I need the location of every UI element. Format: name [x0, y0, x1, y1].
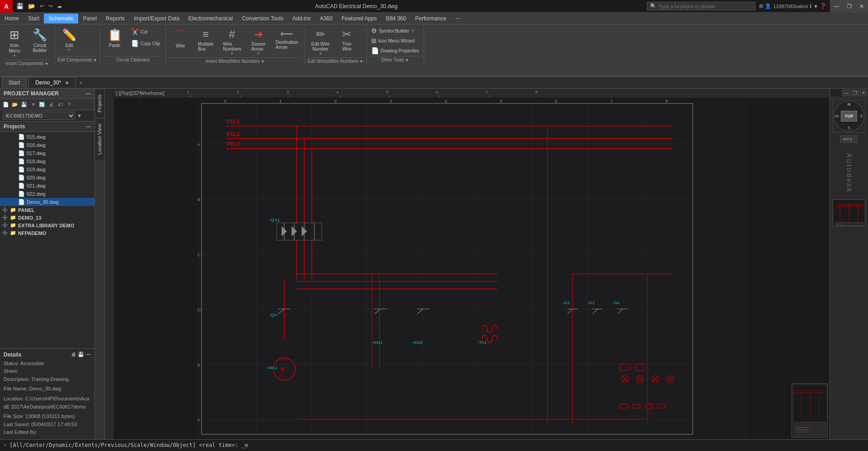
details-collapse-icon[interactable]: — [86, 352, 91, 357]
pm-project-select[interactable]: IEC60617DEMO [3, 112, 75, 120]
insert-wires-expand[interactable]: ▼ [261, 59, 265, 64]
menu-featured[interactable]: Featured Apps [337, 14, 381, 23]
tree-item-016[interactable]: 📄 016.dwg [0, 141, 94, 149]
multiple-bus-icon: ≡ [203, 28, 209, 41]
tree-item-022[interactable]: 📄 022.dwg [0, 190, 94, 198]
details-print-icon[interactable]: 🖨 [71, 352, 76, 357]
search-input[interactable] [658, 4, 744, 9]
wire-numbers-button[interactable]: # WireNumbers ▼ [219, 26, 245, 57]
file-icon-020: 📄 [18, 174, 25, 181]
tree-group-extra-library[interactable]: ➕ 📁 EXTRA LIBRARY DEMO [0, 221, 94, 229]
menu-home[interactable]: Home [0, 14, 24, 23]
cut-button[interactable]: ✂️ Cut [128, 26, 163, 37]
side-tab-projects[interactable]: Projects [95, 89, 104, 118]
qat-save[interactable]: ↩ [38, 2, 46, 10]
multiple-bus-button[interactable]: ≡ MultipleBus [194, 26, 217, 53]
pm-open-btn[interactable]: 📂 [11, 100, 19, 108]
menu-performance[interactable]: Performance [410, 14, 451, 23]
tree-item-017[interactable]: 📄 017.dwg [0, 149, 94, 157]
pm-tag-btn[interactable]: 🏷 [56, 100, 64, 108]
win-restore-btn[interactable]: ❐ [843, 0, 855, 13]
insert-components-expand[interactable]: ▼ [45, 61, 49, 66]
tree-item-demo30[interactable]: 📄 Demo_30.dwg [0, 198, 94, 206]
drawing-properties-button[interactable]: 📄 Drawing Properties [369, 46, 421, 55]
tree-item-015[interactable]: 📄 015.dwg [0, 133, 94, 141]
autocad-logo: A [0, 0, 13, 13]
tab-add-button[interactable]: + [75, 78, 85, 87]
icon-menu-wizard-button[interactable]: ⊞ Icon Menu Wizard [369, 36, 421, 45]
nav-cube-top[interactable]: TOP [841, 111, 857, 122]
info-icon[interactable]: ℹ [810, 3, 811, 9]
win-minimize-btn[interactable]: — [830, 0, 843, 13]
pm-save-btn[interactable]: 💾 [20, 100, 28, 108]
tree-item-020[interactable]: 📄 020.dwg [0, 174, 94, 182]
pm-refresh-btn[interactable]: 🔄 [38, 100, 46, 108]
win-close-btn[interactable]: ✕ [855, 0, 868, 13]
tab-start[interactable]: Start [2, 77, 27, 88]
trim-wire-button[interactable]: ✂ TrimWire [335, 26, 359, 53]
pm-toolbar: 📄 📂 💾 ✕ 🔄 🖨 🏷 ? [0, 99, 94, 110]
qat-new[interactable]: 💾 [14, 2, 25, 10]
tree-group-demo13[interactable]: ➕ 📁 DEMO_13 [0, 214, 94, 221]
edit-wires-expand[interactable]: ▼ [359, 59, 363, 64]
menu-more[interactable]: ⋯ [451, 14, 465, 23]
pm-close-btn[interactable]: ✕ [29, 100, 37, 108]
copy-clip-button[interactable]: 📑 Copy Clip [128, 38, 163, 49]
tree-item-021[interactable]: 📄 021.dwg [0, 182, 94, 190]
symbol-builder-label: Symbol Builder [379, 28, 409, 33]
edit-button[interactable]: ✏️ Edit ▼ [57, 26, 81, 54]
drawing-window-controls: — ❐ ✕ [830, 89, 868, 98]
qat-open[interactable]: 📂 [26, 2, 37, 10]
tree-group-nfpademo[interactable]: ➕ 📁 NFPADEMO [0, 229, 94, 237]
tree-item-019[interactable]: 📄 019.dwg [0, 165, 94, 174]
menu-panel[interactable]: Panel [78, 14, 101, 23]
cmd-close-icon[interactable]: ✕ [4, 442, 7, 448]
svg-text:2: 2 [237, 90, 239, 94]
dw-minimize-icon[interactable]: — [842, 89, 850, 96]
expand-icon[interactable]: ▼ [813, 4, 818, 9]
qat-undo[interactable]: ↪ [47, 2, 54, 10]
paste-button[interactable]: 📋 Paste [103, 26, 127, 50]
edit-wire-number-button[interactable]: ✏ Edit WireNumber ▼ [308, 26, 334, 57]
tab-close-icon[interactable]: ✕ [65, 80, 69, 85]
menu-bim360[interactable]: BIM 360 [382, 14, 411, 23]
side-tab-location[interactable]: Location View [95, 118, 104, 160]
pm-print-btn[interactable]: 🖨 [47, 100, 55, 108]
menu-schematic[interactable]: Schematic [44, 14, 78, 23]
tree-item-018[interactable]: 📄 018.dwg [0, 157, 94, 165]
source-arrow-button[interactable]: ➔ SourceArrow ▼ [247, 26, 270, 57]
circuit-builder-button[interactable]: 🔧 CircuitBuilder [28, 26, 52, 55]
tree-group-panel[interactable]: ➕ 📁 PANEL [0, 206, 94, 214]
help-icon[interactable]: ❓ [820, 3, 826, 9]
drawing-area[interactable]: 0 1 2 3 4 5 6 7 8 [-][Top][2D Wireframe] [105, 89, 830, 439]
pm-collapse-icon[interactable]: — [85, 90, 91, 97]
dw-close-icon[interactable]: ✕ [860, 89, 867, 96]
symbol-builder-button[interactable]: ⚙ Symbol Builder ▼ [369, 26, 421, 35]
pm-selector: IEC60617DEMO ▼ [0, 110, 94, 122]
pm-expand-icon[interactable]: ▼ [77, 113, 82, 118]
qat-redo[interactable]: ☁ [55, 2, 64, 10]
menu-electromech[interactable]: Electromechanical [184, 14, 237, 23]
details-save-icon[interactable]: 💾 [78, 352, 84, 357]
tab-demo30[interactable]: Demo_30* ✕ [28, 77, 75, 88]
menu-addins[interactable]: Add-ins [288, 14, 316, 23]
pm-new-btn[interactable]: 📄 [2, 100, 10, 108]
menu-reports[interactable]: Reports [101, 14, 129, 23]
menu-importexport[interactable]: Import/Export Data [129, 14, 184, 23]
pm-help-btn[interactable]: ? [65, 100, 73, 108]
ribbon-group-insert-wires: ⌒ Wire ≡ MultipleBus # WireNumbers ▼ ➔ S… [166, 25, 305, 64]
menu-start[interactable]: Start [24, 14, 44, 23]
icon-menu-button[interactable]: ⊞ IconMenu ▼ [3, 26, 26, 60]
svg-text:-TA1: -TA1 [477, 340, 487, 345]
other-tools-expand[interactable]: ▼ [405, 58, 409, 62]
schematic-svg[interactable]: A B C D E F 0 1 2 3 4 5 6 7 8 P1L1 P1L2 … [115, 99, 830, 439]
edit-components-expand[interactable]: ▼ [93, 58, 97, 62]
menu-a360[interactable]: A360 [315, 14, 337, 23]
wire-button[interactable]: ⌒ Wire [169, 26, 192, 50]
view-cube[interactable]: N S E W TOP [832, 99, 866, 133]
svg-text:7: 7 [486, 90, 488, 94]
wire-extra-button[interactable]: ⟵ DestinationArrow [272, 26, 302, 52]
dw-restore-icon[interactable]: ❐ [851, 89, 859, 96]
projects-collapse[interactable]: — [86, 124, 91, 129]
menu-conversion[interactable]: Conversion Tools [237, 14, 288, 23]
